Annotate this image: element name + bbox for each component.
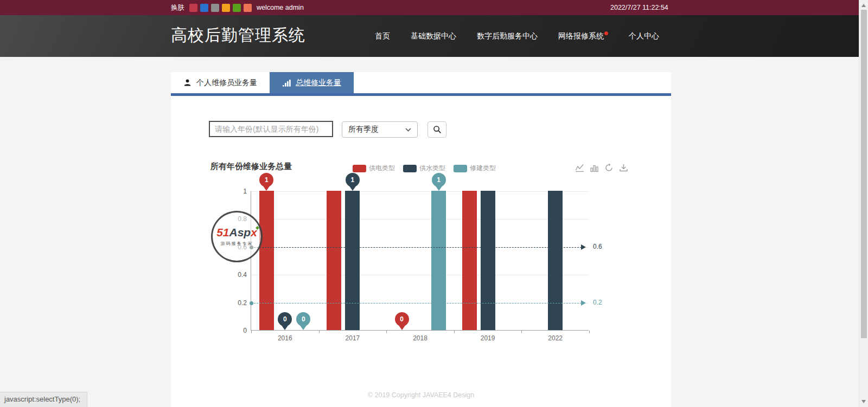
download-icon[interactable] (619, 163, 628, 172)
x-axis-label: 2019 (481, 334, 495, 342)
mark-point-value: 1 (346, 173, 360, 187)
legend-item-water[interactable]: 供水类型 (403, 164, 445, 173)
chart-title: 所有年份维修业务总量 (210, 161, 292, 172)
legend-swatch (454, 165, 467, 172)
y-axis-tick-label: 1 (229, 188, 247, 195)
quarter-select-value: 所有季度 (348, 125, 379, 134)
nav-network-repair-label: 网络报修系统 (558, 31, 604, 40)
datetime: 2022/7/27 11:22:54 (610, 0, 668, 15)
mark-point-tail (435, 185, 443, 191)
skin-label[interactable]: 换肤 (171, 3, 184, 12)
chart-plot-area[interactable]: 00.20.40.60.81201620172018201920220.60.2… (251, 191, 589, 331)
mark-point-value: 0 (296, 312, 310, 326)
search-button[interactable] (427, 121, 446, 138)
x-axis-tick (521, 331, 522, 333)
x-axis-label: 2022 (548, 334, 563, 342)
mark-line-label: 0.2 (593, 299, 602, 306)
tab-bar: 个人维修员业务量 总维修业务量 (171, 72, 354, 93)
x-axis-tick (386, 331, 387, 333)
scroll-down-arrow-icon[interactable] (861, 400, 866, 403)
nav-basic-data-center[interactable]: 基础数据中心 (411, 31, 456, 41)
bar-chart-icon (282, 79, 291, 87)
scrollbar[interactable] (859, 0, 868, 407)
gridline (251, 219, 589, 219)
mark-point-tail (281, 325, 289, 330)
mark-point-pin: 0 (278, 312, 292, 331)
legend-item-construction[interactable]: 修建类型 (454, 164, 496, 173)
quarter-select[interactable]: 所有季度 (342, 121, 418, 138)
watermark-tagline: 源码服务专家 (221, 241, 253, 247)
chart-bar (259, 191, 274, 330)
legend-swatch (403, 165, 417, 172)
bar-chart-icon[interactable] (590, 163, 599, 172)
skin-swatches (189, 4, 252, 12)
average-mark-line (251, 303, 582, 303)
tab-label: 总维修业务量 (296, 78, 341, 88)
mark-point-value: 1 (259, 173, 273, 187)
mark-point-value: 0 (395, 312, 409, 326)
skin-swatch[interactable] (211, 4, 219, 12)
mark-point-value: 0 (278, 312, 292, 326)
legend-label: 修建类型 (470, 164, 496, 173)
tab-total-repair-volume[interactable]: 总维修业务量 (270, 72, 354, 93)
chevron-down-icon (405, 128, 411, 132)
average-mark-line (251, 247, 582, 248)
skin-swatch[interactable] (244, 4, 252, 12)
watermark-brand: 51Aspx (216, 227, 257, 238)
skin-swatch[interactable] (189, 4, 197, 12)
x-axis-tick (589, 331, 590, 333)
skin-swatch[interactable] (222, 4, 230, 12)
mark-point-pin: 1 (259, 173, 274, 191)
x-axis-label: 2018 (413, 334, 427, 342)
tab-personal-repair-volume[interactable]: 个人维修员业务量 (171, 72, 270, 93)
mark-point-pin: 0 (296, 312, 311, 331)
mark-point-pin: 1 (431, 173, 446, 191)
status-bar: javascript:selectType(0); (0, 392, 87, 407)
page: 换肤 welcome admin 2022/7/27 11:22:54 高校后勤… (0, 0, 868, 407)
chart-legend: 供电类型 供水类型 修建类型 (353, 164, 496, 173)
x-axis-tick (454, 331, 455, 333)
mark-point-tail (263, 185, 270, 191)
chart-container: 所有年份维修业务总量 供电类型 供水类型 修建类型 (210, 160, 629, 351)
page-title: 高校后勤管理系统 (171, 24, 305, 47)
mark-line-arrow-icon (581, 244, 586, 250)
main-nav: 首页 基础数据中心 数字后勤服务中心 网络报修系统 个人中心 (375, 15, 659, 57)
y-axis-tick-label: 0.2 (229, 299, 247, 307)
app-header: 高校后勤管理系统 首页 基础数据中心 数字后勤服务中心 网络报修系统 个人中心 (0, 15, 859, 57)
mark-point-value: 1 (432, 173, 446, 187)
chart-bar (462, 191, 477, 330)
watermark-51aspx: 51Aspx 源码服务专家 (211, 211, 263, 262)
mark-line-start-dot (250, 301, 253, 305)
scrollbar-thumb[interactable] (861, 10, 867, 338)
legend-item-power[interactable]: 供电类型 (353, 164, 395, 173)
skin-swatch[interactable] (200, 4, 208, 12)
chart-bar (481, 191, 495, 330)
magnifier-icon (433, 125, 442, 134)
gridline (251, 191, 589, 192)
nav-network-repair-system[interactable]: 网络报修系统 (558, 31, 608, 41)
mark-point-tail (349, 185, 356, 191)
nav-digital-logistics-center[interactable]: 数字后勤服务中心 (477, 31, 538, 41)
skin-swatch[interactable] (233, 4, 241, 12)
mark-line-label: 0.6 (593, 243, 602, 250)
y-axis-tick-label: 0 (229, 327, 247, 334)
mark-point-pin: 1 (345, 173, 360, 191)
scroll-up-arrow-icon[interactable] (861, 4, 866, 7)
chart-bar (431, 191, 446, 330)
nav-home[interactable]: 首页 (375, 31, 390, 41)
topbar: 换肤 welcome admin 2022/7/27 11:22:54 (0, 0, 859, 15)
footer-copyright: © 2019 Copyright JAVAEE4 Design (171, 391, 671, 399)
nav-personal-center[interactable]: 个人中心 (629, 31, 659, 41)
tab-underline-rule (171, 93, 671, 96)
refresh-icon[interactable] (604, 163, 614, 172)
filter-row: 所有季度 (171, 121, 671, 138)
year-input[interactable] (209, 121, 333, 137)
chart-toolbox (575, 163, 628, 172)
legend-swatch (353, 165, 366, 172)
line-chart-icon[interactable] (575, 163, 584, 172)
chart-bar (548, 191, 563, 330)
legend-label: 供水类型 (419, 164, 445, 173)
notification-dot-icon (604, 31, 608, 35)
mark-line-arrow-icon (581, 300, 586, 306)
chart-bar (345, 191, 360, 330)
